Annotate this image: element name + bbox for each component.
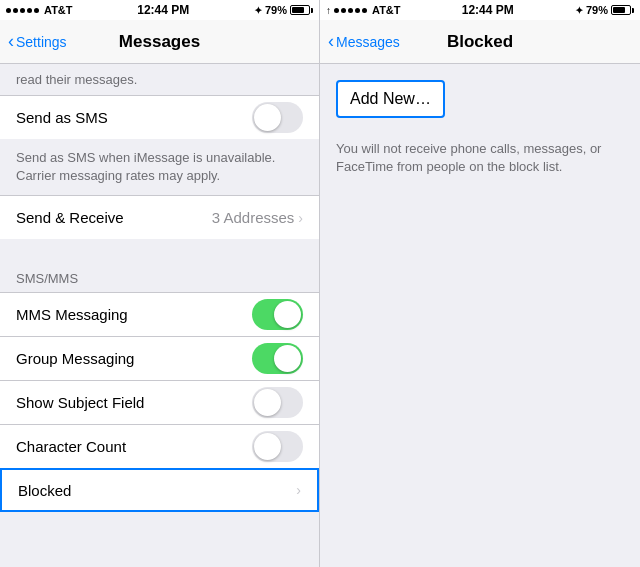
right-carrier: AT&T <box>372 4 401 16</box>
left-nav-title: Messages <box>119 32 200 52</box>
show-subject-cell[interactable]: Show Subject Field <box>0 380 319 424</box>
blocked-label: Blocked <box>18 482 71 499</box>
send-receive-chevron-icon: › <box>298 210 303 226</box>
character-count-label: Character Count <box>16 438 126 455</box>
group-separator-1 <box>0 239 319 255</box>
signal-dots <box>6 8 39 13</box>
left-status-right: ✦ 79% <box>254 4 313 16</box>
character-count-toggle[interactable] <box>252 431 303 462</box>
char-toggle-knob <box>254 433 281 460</box>
send-as-sms-toggle[interactable] <box>252 102 303 133</box>
right-nav-title: Blocked <box>447 32 513 52</box>
intro-text: read their messages. <box>0 64 319 95</box>
mms-messaging-cell[interactable]: MMS Messaging <box>0 292 319 336</box>
sms-mms-header: SMS/MMS <box>0 255 319 292</box>
right-nav-bar: ‹ Messages Blocked <box>320 20 640 64</box>
right-back-chevron-icon: ‹ <box>328 31 334 52</box>
right-battery-pct: 79% <box>586 4 608 16</box>
subject-toggle-knob <box>254 389 281 416</box>
blocked-description: You will not receive phone calls, messag… <box>320 130 640 186</box>
blocked-chevron-icon: › <box>296 482 301 498</box>
left-back-chevron-icon: ‹ <box>8 31 14 52</box>
send-receive-label: Send & Receive <box>16 209 124 226</box>
right-bluetooth-icon: ✦ <box>575 5 583 16</box>
right-back-label[interactable]: Messages <box>336 34 400 50</box>
toggle-knob <box>254 104 281 131</box>
bluetooth-icon: ✦ <box>254 5 262 16</box>
blocked-cell[interactable]: Blocked › <box>0 468 319 512</box>
left-back-label[interactable]: Settings <box>16 34 67 50</box>
left-carrier-signal: AT&T <box>6 4 73 16</box>
send-as-sms-cell[interactable]: Send as SMS <box>0 95 319 139</box>
right-carrier-signal: ↑ AT&T <box>326 4 401 16</box>
group-messaging-toggle[interactable] <box>252 343 303 374</box>
left-carrier: AT&T <box>44 4 73 16</box>
show-subject-label: Show Subject Field <box>16 394 144 411</box>
right-status-right: ✦ 79% <box>575 4 634 16</box>
right-panel: Add New… You will not receive phone call… <box>320 64 640 567</box>
mms-toggle-knob <box>274 301 301 328</box>
left-panel: read their messages. Send as SMS Send as… <box>0 64 320 567</box>
left-nav-bar: ‹ Settings Messages <box>0 20 320 64</box>
right-time: 12:44 PM <box>462 3 514 17</box>
send-receive-value: 3 Addresses › <box>212 209 303 226</box>
right-battery-icon <box>611 5 634 15</box>
left-battery-icon <box>290 5 313 15</box>
send-as-sms-description: Send as SMS when iMessage is unavailable… <box>0 139 319 195</box>
add-new-button[interactable]: Add New… <box>336 80 445 118</box>
add-new-wrapper: Add New… <box>320 64 640 130</box>
character-count-cell[interactable]: Character Count <box>0 424 319 468</box>
send-as-sms-label: Send as SMS <box>16 109 108 126</box>
right-status-bar: ↑ AT&T 12:44 PM ✦ 79% <box>320 0 640 20</box>
left-time: 12:44 PM <box>137 3 189 17</box>
left-battery-pct: 79% <box>265 4 287 16</box>
right-back-button[interactable]: ‹ Messages <box>328 31 400 52</box>
right-signal-dots <box>334 8 367 13</box>
left-status-bar: AT&T 12:44 PM ✦ 79% <box>0 0 320 20</box>
show-subject-toggle[interactable] <box>252 387 303 418</box>
mms-messaging-label: MMS Messaging <box>16 306 128 323</box>
up-arrow-icon: ↑ <box>326 5 331 16</box>
left-back-button[interactable]: ‹ Settings <box>8 31 67 52</box>
group-toggle-knob <box>274 345 301 372</box>
group-messaging-label: Group Messaging <box>16 350 134 367</box>
send-receive-cell[interactable]: Send & Receive 3 Addresses › <box>0 195 319 239</box>
mms-messaging-toggle[interactable] <box>252 299 303 330</box>
group-messaging-cell[interactable]: Group Messaging <box>0 336 319 380</box>
